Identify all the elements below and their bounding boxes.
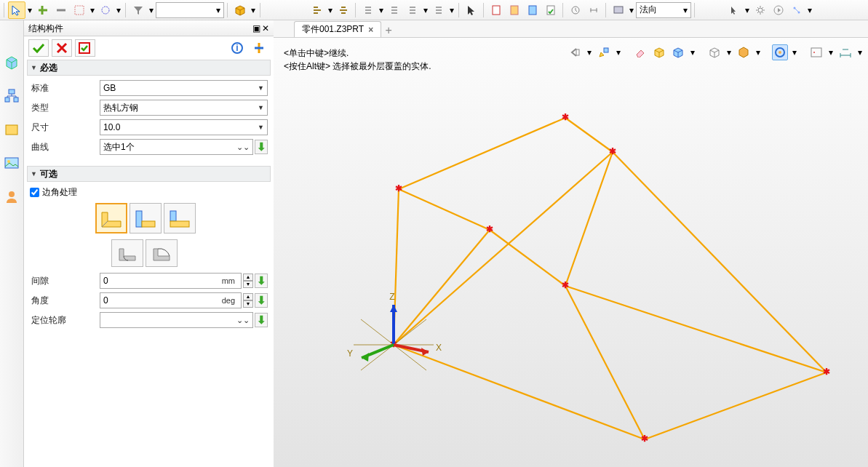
doc-blue-icon[interactable] — [524, 1, 541, 19]
align-dropdown[interactable]: ▾ — [327, 1, 334, 19]
confirm-button[interactable] — [28, 39, 49, 57]
label-curve: 曲线 — [30, 141, 100, 153]
view-orientation-combo[interactable]: 法向▾ — [636, 2, 691, 18]
pointer-dropdown[interactable]: ▾ — [26, 1, 33, 19]
screen-dropdown[interactable]: ▾ — [628, 1, 635, 19]
corner-arc1-button[interactable] — [111, 239, 143, 267]
angle-spinner[interactable]: ▲▼ — [243, 293, 253, 308]
list-4-icon[interactable] — [430, 1, 447, 19]
align-left-icon[interactable] — [308, 1, 326, 19]
corner-checkbox[interactable] — [30, 188, 39, 197]
user-icon[interactable] — [3, 188, 20, 205]
tab-close-icon[interactable]: × — [368, 25, 373, 35]
corner-arc2-button[interactable] — [146, 239, 178, 267]
gap-download-button[interactable]: ⬇ — [255, 274, 268, 288]
section-optional-header[interactable]: ▼ 可选 — [27, 166, 271, 182]
corner-type-row1 — [95, 203, 268, 234]
box-yellow-icon[interactable] — [3, 121, 20, 138]
label-angle: 角度 — [30, 295, 100, 307]
label-corner: 边角处理 — [42, 186, 77, 199]
arrow-dropdown[interactable]: ▾ — [744, 1, 751, 19]
cursor-icon[interactable] — [463, 1, 480, 19]
toolbar-separator — [125, 3, 127, 17]
pointer-select-tool[interactable] — [8, 1, 25, 19]
svg-text:✱: ✱ — [562, 280, 569, 290]
label-size: 尺寸 — [30, 121, 100, 134]
cancel-button[interactable] — [52, 39, 72, 57]
toolbar-separator — [355, 3, 357, 17]
filter-dropdown[interactable]: ▾ — [148, 1, 155, 19]
orientation-icon[interactable] — [249, 39, 269, 57]
play-icon[interactable] — [770, 1, 787, 19]
panel-restore-icon[interactable]: ▣ — [252, 20, 260, 36]
panel-close-icon[interactable]: ✕ — [262, 20, 269, 36]
corner-miter-button[interactable] — [95, 203, 127, 234]
gap-unit: mm — [222, 276, 235, 285]
label-profile: 定位轮廓 — [30, 314, 100, 327]
download-icon: ⬇ — [257, 294, 266, 307]
marquee-icon[interactable] — [71, 1, 88, 19]
gap-spinner[interactable]: ▲▼ — [243, 274, 253, 288]
lasso-dropdown[interactable]: ▾ — [115, 1, 122, 19]
curve-combo[interactable]: 选中1个⌄⌄ — [100, 139, 253, 155]
svg-rect-4 — [529, 6, 536, 15]
org-icon[interactable] — [3, 87, 20, 105]
list-1-icon[interactable] — [359, 1, 377, 19]
doc-red-icon[interactable] — [487, 1, 505, 19]
list-2-icon[interactable] — [386, 1, 403, 19]
doc-green-icon[interactable] — [542, 1, 560, 19]
image-icon[interactable] — [3, 154, 20, 172]
marquee-dropdown[interactable]: ▾ — [89, 1, 96, 19]
svg-text:✱: ✱ — [823, 367, 830, 377]
chevron-down-icon: ▼ — [258, 124, 264, 131]
standard-combo[interactable]: GB▼ — [100, 80, 268, 96]
list-dropdown[interactable]: ▾ — [422, 1, 429, 19]
section-required-header[interactable]: ▼ 必选 — [27, 60, 271, 76]
apply-button[interactable] — [75, 39, 95, 57]
timeline-icon[interactable] — [585, 1, 602, 19]
minus-icon[interactable] — [52, 1, 70, 19]
history-icon[interactable] — [567, 1, 584, 19]
svg-point-17 — [7, 160, 10, 163]
document-tab[interactable]: 零件001.Z3PRT × — [294, 21, 381, 37]
size-combo[interactable]: 10.0▼ — [100, 119, 268, 135]
svg-rect-25 — [170, 221, 189, 227]
list-dropdown[interactable]: ▾ — [448, 1, 455, 19]
viewport-3d[interactable]: <单击中键>继续. <按住Alt键> 选择被最外层覆盖的实体. ▾ ▾ ▾ ▾ … — [274, 38, 868, 467]
info-icon[interactable]: i — [227, 39, 247, 57]
doc-orange-icon[interactable] — [506, 1, 523, 19]
download-icon: ⬇ — [257, 314, 266, 327]
corner-butt1-button[interactable] — [130, 203, 162, 234]
align-center-icon[interactable] — [335, 1, 352, 19]
screen-icon[interactable] — [610, 1, 627, 19]
type-combo[interactable]: 热轧方钢▼ — [100, 100, 268, 116]
filter-combo[interactable]: ▾ — [156, 2, 224, 18]
add-icon[interactable] — [34, 1, 52, 19]
arrow-small-icon[interactable] — [725, 1, 743, 19]
angle-download-button[interactable]: ⬇ — [255, 293, 268, 308]
package-icon[interactable] — [231, 1, 249, 19]
lasso-icon[interactable] — [97, 1, 114, 19]
filter-icon[interactable] — [130, 1, 147, 19]
angle-input[interactable]: 0deg — [100, 292, 242, 308]
curve-download-button[interactable]: ⬇ — [255, 140, 268, 154]
list-dropdown[interactable]: ▾ — [378, 1, 385, 19]
flow-dropdown[interactable]: ▾ — [806, 1, 813, 19]
axis-z-label: Z — [389, 292, 394, 302]
svg-rect-22 — [136, 211, 142, 227]
corner-butt2-button[interactable] — [164, 203, 196, 234]
gear-icon[interactable] — [752, 1, 769, 19]
gap-input[interactable]: 0mm — [100, 273, 242, 289]
profile-combo[interactable]: ⌄⌄ — [100, 312, 253, 328]
tab-add-button[interactable]: + — [381, 24, 396, 37]
toolbar-separator — [694, 3, 696, 17]
profile-download-button[interactable]: ⬇ — [255, 313, 268, 327]
chevron-down-icon: ▾ — [683, 5, 688, 15]
cube-blue-icon[interactable] — [3, 54, 20, 71]
svg-point-8 — [758, 8, 763, 12]
package-dropdown[interactable]: ▾ — [250, 1, 257, 19]
list-3-icon[interactable] — [404, 1, 421, 19]
panel-title-text: 结构构件 — [28, 20, 63, 36]
chevron-down-icon: ▼ — [258, 104, 264, 111]
flow-icon[interactable] — [788, 1, 805, 19]
